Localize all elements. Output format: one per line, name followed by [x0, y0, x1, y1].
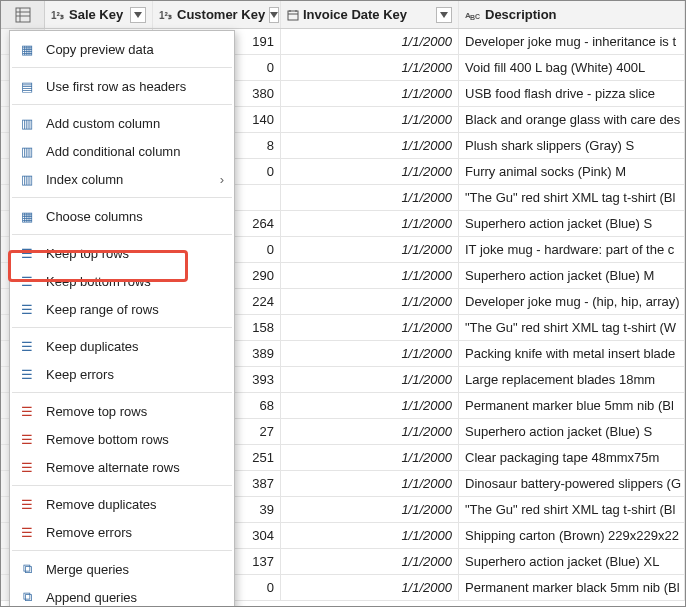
cell-description: "The Gu" red shirt XML tag t-shirt (W [459, 315, 685, 340]
svg-marker-5 [134, 12, 142, 18]
table-menu-button[interactable] [1, 1, 45, 28]
svg-marker-7 [270, 12, 278, 18]
cell-invoice-date: 1/1/2000 [281, 419, 459, 444]
menu-index-column[interactable]: ▥Index column› [10, 165, 234, 193]
cell-invoice-date: 1/1/2000 [281, 315, 459, 340]
keep-bottom-icon: ☰ [18, 274, 36, 289]
cell-invoice-date: 1/1/2000 [281, 237, 459, 262]
cell-description: Developer joke mug - inheritance is t [459, 29, 685, 54]
cell-description: Shipping carton (Brown) 229x229x22 [459, 523, 685, 548]
cell-invoice-date: 1/1/2000 [281, 55, 459, 80]
remove-bottom-icon: ☰ [18, 432, 36, 447]
separator [12, 234, 232, 235]
menu-remove-duplicates[interactable]: ☰Remove duplicates [10, 490, 234, 518]
menu-use-first-row[interactable]: ▤Use first row as headers [10, 72, 234, 100]
conditional-column-icon: ▥ [18, 144, 36, 159]
text-type-icon: ABC [465, 9, 481, 21]
menu-append-queries[interactable]: ⧉Append queries [10, 583, 234, 607]
separator [12, 197, 232, 198]
number-type-icon: 1²₃ [159, 9, 173, 21]
append-icon: ⧉ [18, 589, 36, 605]
filter-dropdown-icon[interactable] [436, 7, 452, 23]
cell-invoice-date: 1/1/2000 [281, 523, 459, 548]
merge-icon: ⧉ [18, 561, 36, 577]
menu-keep-range-rows[interactable]: ☰Keep range of rows [10, 295, 234, 323]
cell-description: Packing knife with metal insert blade [459, 341, 685, 366]
remove-dup-icon: ☰ [18, 497, 36, 512]
remove-err-icon: ☰ [18, 525, 36, 540]
keep-top-icon: ☰ [18, 246, 36, 261]
table-icon: ▦ [18, 42, 36, 57]
header-description[interactable]: ABC Description [459, 1, 685, 28]
menu-copy-preview[interactable]: ▦Copy preview data [10, 35, 234, 63]
header-label: Customer Key [177, 7, 265, 22]
separator [12, 485, 232, 486]
choose-columns-icon: ▦ [18, 209, 36, 224]
cell-invoice-date: 1/1/2000 [281, 133, 459, 158]
cell-description: Superhero action jacket (Blue) XL [459, 549, 685, 574]
cell-invoice-date: 1/1/2000 [281, 471, 459, 496]
cell-invoice-date: 1/1/2000 [281, 263, 459, 288]
keep-dup-icon: ☰ [18, 339, 36, 354]
header-label: Invoice Date Key [303, 7, 407, 22]
header-invoice-date[interactable]: Invoice Date Key [281, 1, 459, 28]
remove-top-icon: ☰ [18, 404, 36, 419]
svg-text:1²₃: 1²₃ [51, 10, 64, 21]
keep-range-icon: ☰ [18, 302, 36, 317]
separator [12, 327, 232, 328]
menu-keep-duplicates[interactable]: ☰Keep duplicates [10, 332, 234, 360]
index-icon: ▥ [18, 172, 36, 187]
menu-keep-bottom-rows[interactable]: ☰Keep bottom rows [10, 267, 234, 295]
cell-description: Large replacement blades 18mm [459, 367, 685, 392]
headers-icon: ▤ [18, 79, 36, 94]
svg-rect-0 [16, 8, 30, 22]
menu-remove-top-rows[interactable]: ☰Remove top rows [10, 397, 234, 425]
cell-invoice-date: 1/1/2000 [281, 393, 459, 418]
cell-description: Void fill 400 L bag (White) 400L [459, 55, 685, 80]
cell-description: IT joke mug - hardware: part of the c [459, 237, 685, 262]
menu-remove-alternate-rows[interactable]: ☰Remove alternate rows [10, 453, 234, 481]
cell-invoice-date: 1/1/2000 [281, 81, 459, 106]
separator [12, 550, 232, 551]
cell-invoice-date: 1/1/2000 [281, 107, 459, 132]
cell-description: Developer joke mug - (hip, hip, array) [459, 289, 685, 314]
date-type-icon [287, 9, 299, 21]
cell-description: Superhero action jacket (Blue) S [459, 419, 685, 444]
number-type-icon: 1²₃ [51, 9, 65, 21]
header-sale-key[interactable]: 1²₃ Sale Key [45, 1, 153, 28]
svg-rect-8 [288, 11, 298, 20]
cell-invoice-date: 1/1/2000 [281, 185, 459, 210]
cell-invoice-date: 1/1/2000 [281, 575, 459, 600]
menu-remove-bottom-rows[interactable]: ☰Remove bottom rows [10, 425, 234, 453]
cell-description: Superhero action jacket (Blue) M [459, 263, 685, 288]
cell-description: Plush shark slippers (Gray) S [459, 133, 685, 158]
cell-invoice-date: 1/1/2000 [281, 341, 459, 366]
cell-invoice-date: 1/1/2000 [281, 549, 459, 574]
remove-alt-icon: ☰ [18, 460, 36, 475]
menu-remove-errors[interactable]: ☰Remove errors [10, 518, 234, 546]
cell-description: USB food flash drive - pizza slice [459, 81, 685, 106]
chevron-right-icon: › [220, 172, 224, 187]
cell-invoice-date: 1/1/2000 [281, 497, 459, 522]
filter-dropdown-icon[interactable] [130, 7, 146, 23]
filter-dropdown-icon[interactable] [269, 7, 279, 23]
cell-description: "The Gu" red shirt XML tag t-shirt (Bl [459, 497, 685, 522]
menu-add-custom-column[interactable]: ▥Add custom column [10, 109, 234, 137]
cell-description: Clear packaging tape 48mmx75m [459, 445, 685, 470]
header-row: 1²₃ Sale Key 1²₃ Customer Key Invoice Da… [1, 1, 685, 29]
menu-add-conditional-column[interactable]: ▥Add conditional column [10, 137, 234, 165]
svg-marker-12 [440, 12, 448, 18]
menu-keep-top-rows[interactable]: ☰Keep top rows [10, 239, 234, 267]
menu-merge-queries[interactable]: ⧉Merge queries [10, 555, 234, 583]
svg-text:1²₃: 1²₃ [159, 10, 172, 21]
menu-choose-columns[interactable]: ▦Choose columns [10, 202, 234, 230]
cell-invoice-date: 1/1/2000 [281, 367, 459, 392]
cell-invoice-date: 1/1/2000 [281, 211, 459, 236]
cell-description: Permanent marker blue 5mm nib (Bl [459, 393, 685, 418]
svg-text:C: C [475, 13, 480, 20]
separator [12, 392, 232, 393]
cell-description: "The Gu" red shirt XML tag t-shirt (Bl [459, 185, 685, 210]
header-customer-key[interactable]: 1²₃ Customer Key [153, 1, 281, 28]
table-context-menu: ▦Copy preview data ▤Use first row as hea… [9, 30, 235, 607]
menu-keep-errors[interactable]: ☰Keep errors [10, 360, 234, 388]
